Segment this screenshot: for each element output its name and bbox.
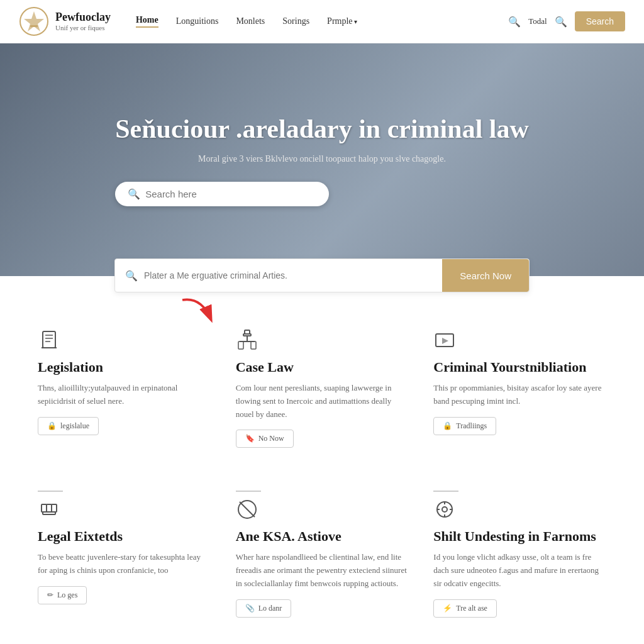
logo-subtitle: Unif yer or fiques — [55, 24, 111, 31]
feature-desc-legislation: Thns, alioillilty;yutalpauved in erpinat… — [38, 382, 211, 408]
divider-legal — [38, 491, 63, 492]
legislation-btn-icon: 🔒 — [47, 421, 57, 431]
feature-desc-shilt: Id you longe vlicht adkasy usse, olt a t… — [433, 551, 606, 590]
feature-title-legal: Legal Eixtetds — [38, 528, 211, 545]
feature-legislation: Legislation Thns, alioillilty;yutalpauve… — [38, 323, 211, 454]
logo-text: Pewfuoclay Unif yer or fiques — [55, 11, 111, 31]
feature-desc-ksa: Wher hare nspolandlieed be clientinal la… — [236, 551, 409, 590]
ksa-btn-icon: 📎 — [245, 604, 255, 613]
feature-btn-caselaw[interactable]: 🔖 No Now — [236, 430, 294, 448]
svg-rect-17 — [42, 504, 47, 512]
feature-title-shilt: Shilt Undesting in Farnoms — [433, 528, 606, 545]
feature-criminal: Criminal Yourstnibliation This pr opommi… — [433, 323, 606, 454]
legislation-btn-label: legislalue — [60, 421, 89, 431]
feature-title-legislation: Legislation — [38, 359, 211, 375]
shilt-btn-icon: ⚡ — [443, 604, 452, 613]
svg-marker-14 — [442, 338, 448, 344]
nav-sorings[interactable]: Sorings — [282, 16, 309, 26]
svg-point-22 — [442, 507, 447, 512]
feature-title-caselaw: Case Law — [236, 359, 409, 375]
logo: Pewfuoclay Unif yer or fiques — [19, 6, 111, 36]
hero-content: Seňuciour .areladary in criminal law Mor… — [115, 113, 529, 206]
hero-subtitle: Moral give 3 viers Bklvlevo onciell toop… — [115, 154, 529, 164]
feature-title-ksa: Ane KSA. Astiove — [236, 528, 409, 545]
feature-caselaw: Case Law Com lour nent peresliants, suap… — [236, 323, 409, 454]
legal-btn-icon: ✏ — [47, 591, 53, 600]
shilt-btn-label: Tre alt ase — [456, 604, 487, 613]
search-panel: 🔍 Search Now — [114, 258, 530, 292]
criminal-icon — [433, 329, 606, 352]
feature-desc-legal: To beve beattc juvenlere-stary for takes… — [38, 551, 211, 577]
criminal-btn-icon: 🔒 — [443, 421, 452, 431]
svg-rect-16 — [47, 504, 52, 512]
caselaw-icon — [236, 329, 409, 352]
nav-home[interactable]: Home — [136, 15, 158, 28]
svg-rect-12 — [251, 341, 256, 349]
feature-btn-ksa[interactable]: 📎 Lo danr — [236, 599, 292, 618]
svg-rect-11 — [238, 341, 243, 349]
criminal-btn-label: Tradliings — [456, 421, 487, 431]
hero-section: Seňuciour .areladary in criminal law Mor… — [0, 43, 644, 276]
search-panel-input[interactable] — [144, 270, 432, 280]
svg-line-20 — [240, 502, 255, 517]
caselaw-btn-icon: 🔖 — [245, 434, 255, 443]
search-icon[interactable]: 🔍 — [508, 16, 521, 28]
hero-search-icon: 🔍 — [128, 188, 140, 200]
features-section: Legislation Thns, alioillilty;yutalpauve… — [0, 310, 644, 644]
feature-btn-legal[interactable]: ✏ Lo ges — [38, 586, 87, 604]
logo-title: Pewfuoclay — [55, 11, 111, 24]
search-panel-inner: 🔍 — [115, 261, 442, 291]
ksa-icon — [236, 498, 409, 521]
search-now-button[interactable]: Search Now — [442, 259, 529, 292]
divider-shilt — [433, 491, 458, 492]
svg-rect-1 — [30, 25, 38, 27]
logo-icon — [19, 6, 49, 36]
nav-prmple[interactable]: Prmple — [327, 16, 357, 26]
hero-search-bar: 🔍 — [115, 182, 329, 206]
svg-rect-18 — [52, 504, 57, 512]
ksa-btn-label: Lo danr — [258, 604, 282, 613]
hero-title: Seňuciour .areladary in criminal law — [115, 113, 529, 145]
nav-total[interactable]: Todal — [528, 16, 547, 26]
legal-icon — [38, 498, 211, 521]
arrow-indicator — [176, 294, 226, 334]
nav-longuitions[interactable]: Longuitions — [176, 16, 219, 26]
feature-legal: Legal Eixtetds To beve beattc juvenlere-… — [38, 473, 211, 623]
hero-search-input[interactable] — [145, 189, 316, 199]
feature-desc-criminal: This pr opommianies, bisitay ascafor loy… — [433, 382, 606, 408]
svg-rect-3 — [43, 331, 55, 348]
nav-search-button[interactable]: Search — [575, 11, 625, 31]
total-search-icon[interactable]: 🔍 — [555, 16, 567, 28]
features-grid: Legislation Thns, alioillilty;yutalpauve… — [38, 323, 606, 624]
svg-rect-8 — [243, 334, 251, 336]
legal-btn-label: Lo ges — [57, 591, 77, 600]
navbar: Pewfuoclay Unif yer or fiques Home Longu… — [0, 0, 644, 43]
feature-shilt: Shilt Undesting in Farnoms Id you longe … — [433, 473, 606, 623]
feature-title-criminal: Criminal Yourstnibliation — [433, 359, 606, 375]
search-panel-icon: 🔍 — [125, 270, 138, 282]
search-panel-wrapper: 🔍 Search Now — [0, 276, 644, 310]
feature-btn-shilt[interactable]: ⚡ Tre alt ase — [433, 599, 497, 618]
caselaw-btn-label: No Now — [258, 434, 284, 443]
arrow-svg — [176, 294, 226, 331]
nav-right: 🔍 Todal 🔍 Search — [508, 11, 625, 31]
feature-desc-caselaw: Com lour nent peresliants, suaping lawwe… — [236, 382, 409, 421]
nav-monlets[interactable]: Monlets — [236, 16, 265, 26]
feature-btn-criminal[interactable]: 🔒 Tradliings — [433, 417, 496, 435]
shilt-icon — [433, 498, 606, 521]
feature-btn-legislation[interactable]: 🔒 legislalue — [38, 417, 99, 435]
feature-ksa: Ane KSA. Astiove Wher hare nspolandlieed… — [236, 473, 409, 623]
divider-ksa — [236, 491, 261, 492]
nav-links: Home Longuitions Monlets Sorings Prmple — [136, 15, 508, 28]
